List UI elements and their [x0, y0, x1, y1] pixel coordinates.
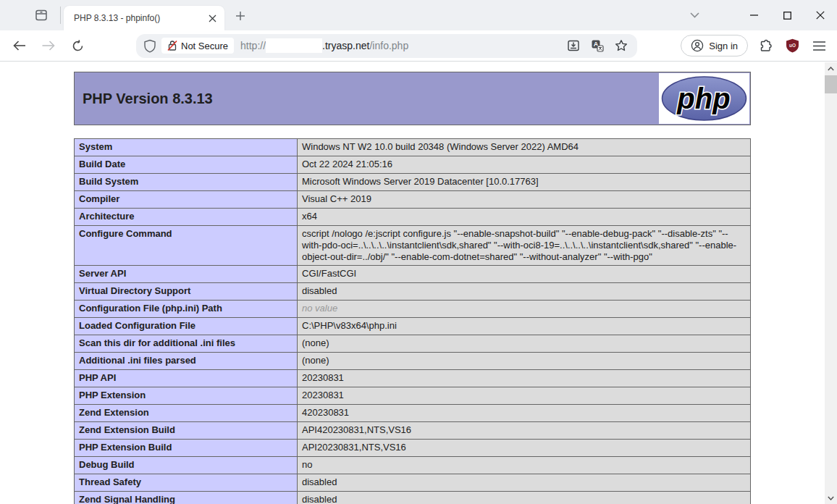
row-value: Visual C++ 2019 — [298, 191, 751, 209]
row-label: Zend Extension Build — [75, 422, 298, 440]
row-value: cscript /nologo /e:jscript configure.js … — [298, 226, 751, 266]
browser-window: PHP 8.3.13 - phpinfo() — [0, 0, 837, 504]
php-logo: php — [659, 73, 749, 124]
tab-list-chevron-icon[interactable] — [684, 4, 705, 26]
table-row: Loaded Configuration File C:\PHP\v83x64\… — [75, 318, 751, 335]
ublock-extension-icon[interactable]: uO — [783, 36, 802, 55]
table-row: Zend Signal Handling disabled — [75, 492, 751, 504]
row-label: Debug Build — [75, 457, 298, 474]
row-label: Build System — [75, 174, 298, 191]
table-row: Build Date Oct 22 2024 21:05:16 — [75, 156, 751, 174]
translate-icon[interactable]: A — [589, 37, 606, 54]
table-row: Configure Command cscript /nologo /e:jsc… — [75, 226, 751, 266]
browser-toolbar: Not Secure http:// .tryasp.net /info.php — [0, 30, 837, 62]
tracking-shield-icon[interactable] — [143, 39, 156, 53]
table-row: Build System Microsoft Windows Server 20… — [75, 174, 751, 191]
row-value: CGI/FastCGI — [298, 266, 751, 283]
extensions-puzzle-icon[interactable] — [756, 36, 775, 55]
row-value: disabled — [298, 492, 751, 504]
row-value: x64 — [298, 209, 751, 226]
table-row: Debug Build no — [75, 457, 751, 474]
reload-button[interactable] — [65, 33, 90, 58]
row-label: Configure Command — [75, 226, 298, 266]
row-label: Additional .ini files parsed — [75, 353, 298, 370]
row-label: PHP Extension Build — [75, 440, 298, 457]
tab-php-info[interactable]: PHP 8.3.13 - phpinfo() — [64, 6, 224, 30]
row-value: disabled — [298, 474, 751, 492]
table-row: System Windows NT W2 10.0 build 20348 (W… — [75, 139, 751, 156]
menu-hamburger-icon[interactable] — [809, 36, 828, 55]
row-label: PHP Extension — [75, 387, 298, 405]
table-row: PHP Extension 20230831 — [75, 387, 751, 405]
table-row: Virtual Directory Support disabled — [75, 283, 751, 301]
install-app-icon[interactable] — [565, 37, 582, 54]
row-value: 420230831 — [298, 405, 751, 422]
insecure-lock-icon — [167, 40, 177, 51]
tab-divider — [60, 7, 61, 24]
table-row: Compiler Visual C++ 2019 — [75, 191, 751, 209]
tab-close-icon[interactable] — [206, 12, 219, 25]
page-title: PHP Version 8.3.13 — [83, 91, 659, 107]
table-row: PHP Extension Build API20230831,NTS,VS16 — [75, 440, 751, 457]
favorites-star-icon[interactable] — [613, 37, 630, 54]
row-value: no — [298, 457, 751, 474]
url-path: /info.php — [369, 40, 408, 51]
row-value: (none) — [298, 335, 751, 353]
vertical-scrollbar[interactable] — [825, 62, 837, 504]
row-value: no value — [298, 301, 751, 318]
close-window-button[interactable] — [804, 0, 837, 30]
row-label: Architecture — [75, 209, 298, 226]
minimize-button[interactable] — [737, 0, 770, 30]
table-row: Server API CGI/FastCGI — [75, 266, 751, 283]
tab-actions-menu-icon[interactable] — [32, 7, 51, 24]
table-row: Zend Extension Build API420230831,NTS,VS… — [75, 422, 751, 440]
row-value: Oct 22 2024 21:05:16 — [298, 156, 751, 174]
url-text: http:// .tryasp.net /info.php — [240, 38, 408, 53]
table-row: PHP API 20230831 — [75, 370, 751, 387]
scrollbar-thumb[interactable] — [825, 75, 837, 93]
row-label: Server API — [75, 266, 298, 283]
php-version-header: PHP Version 8.3.13 php — [74, 72, 751, 125]
row-value: 20230831 — [298, 370, 751, 387]
table-row: Architecture x64 — [75, 209, 751, 226]
row-label: Configuration File (php.ini) Path — [75, 301, 298, 318]
row-label: Loaded Configuration File — [75, 318, 298, 335]
tab-strip: PHP 8.3.13 - phpinfo() — [0, 0, 837, 30]
row-value: (none) — [298, 353, 751, 370]
not-secure-chip[interactable]: Not Secure — [161, 38, 234, 54]
row-value: Windows NT W2 10.0 build 20348 (Windows … — [298, 139, 751, 156]
scroll-up-icon[interactable] — [825, 62, 837, 75]
row-label: Thread Safety — [75, 474, 298, 492]
row-value: Microsoft Windows Server 2019 Datacenter… — [298, 174, 751, 191]
svg-text:uO: uO — [788, 43, 795, 48]
tab-title: PHP 8.3.13 - phpinfo() — [74, 13, 206, 23]
url-scheme: http:// — [240, 40, 266, 51]
scroll-down-icon[interactable] — [825, 492, 837, 504]
new-tab-button[interactable] — [232, 7, 249, 25]
sign-in-label: Sign in — [709, 41, 738, 51]
page-viewport: PHP Version 8.3.13 php — [0, 62, 825, 504]
svg-text:php: php — [676, 83, 730, 114]
forward-button[interactable] — [36, 33, 61, 58]
table-row: Configuration File (php.ini) Path no val… — [75, 301, 751, 318]
row-label: Zend Signal Handling — [75, 492, 298, 504]
row-value: C:\PHP\v83x64\php.ini — [298, 318, 751, 335]
maximize-button[interactable] — [770, 0, 804, 30]
table-row: Thread Safety disabled — [75, 474, 751, 492]
row-label: PHP API — [75, 370, 298, 387]
not-secure-label: Not Secure — [181, 41, 228, 51]
sign-in-button[interactable]: Sign in — [681, 35, 748, 56]
row-label: Scan this dir for additional .ini files — [75, 335, 298, 353]
profile-icon — [691, 39, 704, 52]
row-label: Compiler — [75, 191, 298, 209]
phpinfo-table: System Windows NT W2 10.0 build 20348 (W… — [74, 138, 751, 504]
url-redacted — [266, 38, 322, 53]
back-button[interactable] — [7, 33, 32, 58]
table-row: Scan this dir for additional .ini files … — [75, 335, 751, 353]
row-value: disabled — [298, 283, 751, 301]
address-bar[interactable]: Not Secure http:// .tryasp.net /info.php — [136, 34, 637, 58]
row-value: 20230831 — [298, 387, 751, 405]
table-row: Additional .ini files parsed (none) — [75, 353, 751, 370]
row-label: System — [75, 139, 298, 156]
row-label: Build Date — [75, 156, 298, 174]
